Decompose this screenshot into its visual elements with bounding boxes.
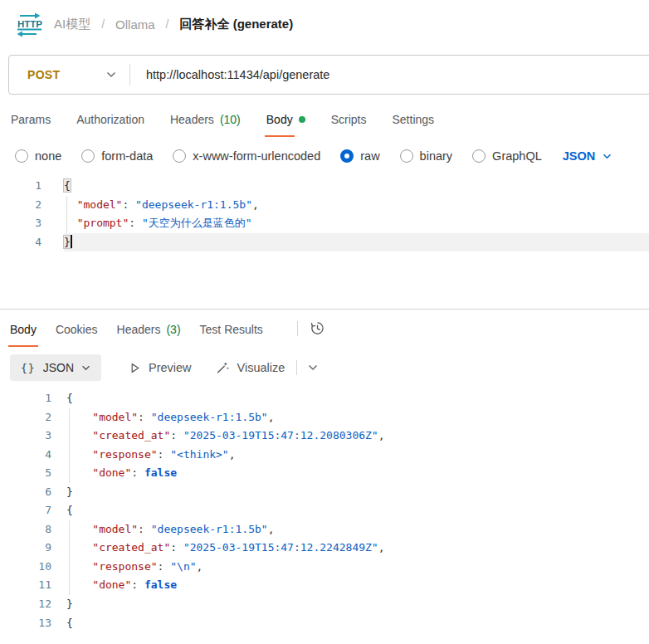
tab-count: (3) <box>166 323 180 336</box>
code-token: { <box>66 504 73 516</box>
more-options-chevron-icon[interactable] <box>308 364 318 371</box>
code-line[interactable]: 9 "created_at": "2025-03-19T15:47:12.224… <box>0 539 649 558</box>
code-line[interactable]: 5 "done": false <box>0 464 649 483</box>
code-line[interactable]: 11 "done": false <box>0 576 649 595</box>
body-type-binary[interactable]: binary <box>400 149 453 163</box>
method-label: POST <box>27 68 60 81</box>
request-tab-authorization[interactable]: Authorization <box>76 113 144 137</box>
request-tab-settings[interactable]: Settings <box>393 113 435 137</box>
code-line[interactable]: 1{ <box>0 389 649 408</box>
code-token: } <box>66 485 73 498</box>
raw-format-dropdown[interactable]: JSON <box>563 149 612 163</box>
line-number: 2 <box>0 196 41 215</box>
code-token: { <box>64 179 71 192</box>
code-content[interactable]: } <box>66 483 649 502</box>
history-icon[interactable] <box>310 320 325 336</box>
radio-label: GraphQL <box>492 149 542 163</box>
response-tab-cookies[interactable]: Cookies <box>56 323 98 347</box>
code-token: : <box>131 466 144 479</box>
code-token: "<think>" <box>170 448 228 461</box>
indent-guide <box>66 196 67 215</box>
radio-icon <box>400 149 413 163</box>
code-content[interactable]: "done": false <box>66 576 649 595</box>
code-content[interactable]: { <box>66 389 649 408</box>
code-token: , <box>197 560 203 573</box>
method-dropdown[interactable]: POST <box>9 68 129 81</box>
line-number: 13 <box>0 614 51 633</box>
body-type-raw[interactable]: raw <box>340 149 379 163</box>
code-token: "done" <box>92 466 131 479</box>
request-tab-body[interactable]: Body <box>266 113 305 137</box>
code-content[interactable]: "model": "deepseek-r1:1.5b", <box>64 196 649 215</box>
body-type-graphql[interactable]: GraphQL <box>472 149 542 163</box>
code-content[interactable]: { <box>66 501 649 520</box>
body-type-none[interactable]: none <box>15 149 61 163</box>
response-tab-test-results[interactable]: Test Results <box>200 323 263 347</box>
code-content[interactable]: "model": "deepseek-r1:1.5b", <box>66 408 649 427</box>
code-token: } <box>64 236 71 248</box>
code-line[interactable]: 6} <box>0 483 649 502</box>
code-line[interactable]: 7{ <box>0 501 649 520</box>
code-line[interactable]: 13{ <box>0 614 649 633</box>
code-line[interactable]: 4 "response": "<think>", <box>0 446 649 465</box>
response-tab-headers[interactable]: Headers(3) <box>117 323 181 347</box>
body-type-form-data[interactable]: form-data <box>81 149 153 163</box>
code-token: "created_at" <box>92 541 170 554</box>
request-title: 回答补全 (generate) <box>179 17 293 32</box>
visualize-button[interactable]: Visualize <box>215 360 285 375</box>
code-content[interactable]: "done": false <box>66 464 649 483</box>
code-content[interactable]: "model": "deepseek-r1:1.5b", <box>66 520 649 539</box>
response-format-label: JSON <box>43 361 74 374</box>
code-content[interactable]: "response": "<think>", <box>66 446 649 465</box>
code-token <box>66 448 92 461</box>
request-tab-headers[interactable]: Headers(10) <box>170 113 241 137</box>
code-content[interactable]: { <box>66 614 649 633</box>
line-number: 7 <box>0 501 51 520</box>
code-token <box>66 560 92 573</box>
code-content[interactable]: } <box>64 233 649 252</box>
code-token: , <box>378 429 385 442</box>
code-token: : <box>158 560 171 573</box>
response-body-editor[interactable]: 1{2 "model": "deepseek-r1:1.5b",3 "creat… <box>0 389 649 632</box>
code-line[interactable]: 3 "created_at": "2025-03-19T15:47:12.208… <box>0 427 649 446</box>
code-line[interactable]: 2 "model": "deepseek-r1:1.5b", <box>0 196 649 215</box>
code-line[interactable]: 2 "model": "deepseek-r1:1.5b", <box>0 408 649 427</box>
request-tab-params[interactable]: Params <box>11 113 51 137</box>
code-content[interactable]: "created_at": "2025-03-19T15:47:12.22428… <box>66 539 649 558</box>
code-content[interactable]: "created_at": "2025-03-19T15:47:12.20803… <box>66 427 649 446</box>
code-token: , <box>268 411 275 423</box>
body-type-x-www-form-urlencoded[interactable]: x-www-form-urlencoded <box>173 149 320 163</box>
preview-label: Preview <box>149 361 192 374</box>
code-line[interactable]: 12} <box>0 595 649 614</box>
code-line[interactable]: 8 "model": "deepseek-r1:1.5b", <box>0 520 649 539</box>
code-token: : <box>131 578 144 591</box>
code-content[interactable]: { <box>64 177 649 196</box>
code-token: "response" <box>92 448 157 461</box>
response-tabs: BodyCookiesHeaders(3)Test Results <box>0 310 649 347</box>
code-content[interactable]: } <box>66 595 649 614</box>
preview-button[interactable]: Preview <box>129 361 192 374</box>
code-token <box>66 578 92 591</box>
code-content[interactable]: "prompt": "天空为什么是蓝色的" <box>64 214 649 233</box>
radio-label: raw <box>360 149 379 163</box>
request-tab-scripts[interactable]: Scripts <box>331 113 367 137</box>
code-token: false <box>144 466 177 479</box>
format-chevron-icon <box>81 365 90 371</box>
breadcrumb-item-subfolder[interactable]: Ollama <box>115 17 155 32</box>
radio-icon <box>15 149 28 163</box>
line-number: 3 <box>0 427 51 446</box>
response-format-dropdown[interactable]: {} JSON <box>10 354 101 381</box>
breadcrumb-item-folder[interactable]: AI模型 <box>54 17 90 32</box>
response-tab-body[interactable]: Body <box>10 323 37 347</box>
code-line[interactable]: 4} <box>0 233 649 252</box>
code-token: "deepseek-r1:1.5b" <box>151 523 268 535</box>
code-content[interactable]: "response": "\n", <box>66 558 649 577</box>
toolbar-divider <box>296 360 297 375</box>
code-token: : <box>129 217 142 229</box>
radio-label: form-data <box>101 149 153 163</box>
url-input[interactable]: http://localhost:11434/api/generate <box>130 68 329 81</box>
request-body-editor[interactable]: 1{2 "model": "deepseek-r1:1.5b",3 "promp… <box>0 177 649 309</box>
code-line[interactable]: 1{ <box>0 177 649 196</box>
code-line[interactable]: 3 "prompt": "天空为什么是蓝色的" <box>0 214 649 233</box>
code-line[interactable]: 10 "response": "\n", <box>0 558 649 577</box>
